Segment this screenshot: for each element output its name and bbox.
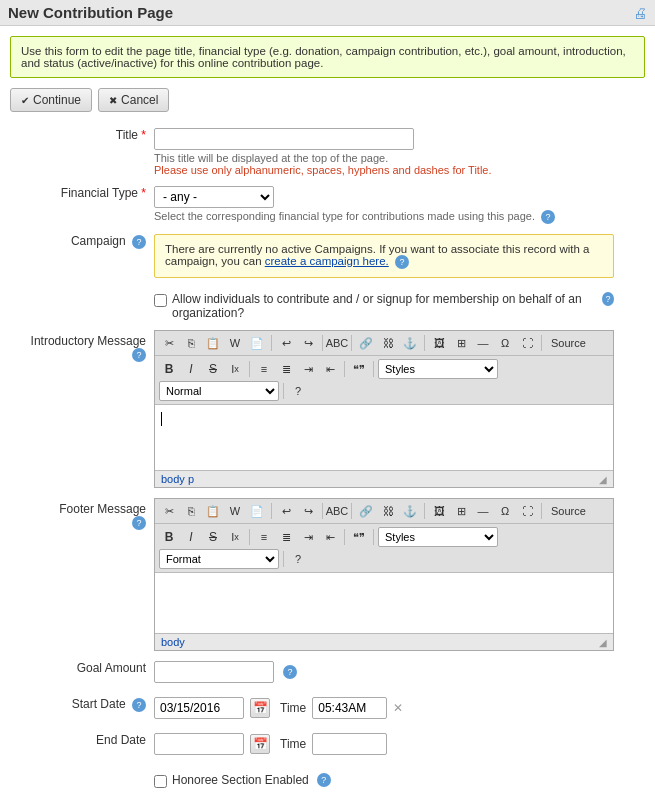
end-date-cal-btn[interactable]: 📅	[250, 734, 270, 754]
rte-sep2	[322, 335, 323, 351]
rte-sep4	[424, 335, 425, 351]
footer-rte-strike-btn[interactable]: S	[203, 528, 223, 546]
campaign-field-cell: There are currently no active Campaigns.…	[150, 230, 645, 284]
footer-rte-list-ul-btn[interactable]: ≣	[276, 528, 296, 546]
footer-rte-fullscreen-btn[interactable]: ⛶	[517, 502, 537, 520]
end-time-input[interactable]	[312, 733, 387, 755]
footer-rte-cut-btn[interactable]: ✂	[159, 502, 179, 520]
rte-help-btn[interactable]: ?	[288, 382, 308, 400]
start-date-cal-btn[interactable]: 📅	[250, 698, 270, 718]
rte-indent-btn[interactable]: ⇥	[298, 360, 318, 378]
footer-rte-image-btn[interactable]: 🖼	[429, 502, 449, 520]
honoree-checkbox[interactable]	[154, 775, 167, 788]
rte-list-ul-btn[interactable]: ≣	[276, 360, 296, 378]
rte-outdent-btn[interactable]: ⇤	[320, 360, 340, 378]
footer-rte-source-btn[interactable]: Source	[546, 502, 591, 520]
footer-rte-italic-btn[interactable]: I	[181, 528, 201, 546]
footer-rte-list-ol-btn[interactable]: ≡	[254, 528, 274, 546]
footer-rte-table-btn[interactable]: ⊞	[451, 502, 471, 520]
rte-strike-btn[interactable]: S	[203, 360, 223, 378]
start-date-clear-btn[interactable]: ✕	[393, 701, 403, 715]
rte-fullscreen-btn[interactable]: ⛶	[517, 334, 537, 352]
rte-hr-btn[interactable]: —	[473, 334, 493, 352]
footer-rte-help-btn[interactable]: ?	[288, 550, 308, 568]
allow-org-checkbox[interactable]	[154, 294, 167, 307]
intro-message-help-icon[interactable]: ?	[132, 348, 146, 362]
footer-rte-redo-btn[interactable]: ↪	[298, 502, 318, 520]
end-date-input[interactable]	[154, 733, 244, 755]
allow-org-checkbox-row: Allow individuals to contribute and / or…	[154, 292, 614, 320]
rte-unlink-btn[interactable]: ⛓	[378, 334, 398, 352]
start-date-help-icon[interactable]: ?	[132, 698, 146, 712]
rte-blockquote-btn[interactable]: ❝❞	[349, 360, 369, 378]
footer-rte-indent-btn[interactable]: ⇥	[298, 528, 318, 546]
start-date-row: Start Date ? 📅 Time ✕	[10, 693, 645, 729]
rte-table-btn[interactable]: ⊞	[451, 334, 471, 352]
rte-spell-btn[interactable]: ABC	[327, 334, 347, 352]
intro-rte-body[interactable]	[155, 405, 613, 470]
footer-rte-subscript-btn[interactable]: Ix	[225, 528, 245, 546]
printer-icon[interactable]: 🖨	[633, 5, 647, 21]
start-date-row-inner: 📅 Time ✕	[154, 697, 641, 719]
rte-image-btn[interactable]: 🖼	[429, 334, 449, 352]
financial-type-required: *	[141, 186, 146, 200]
financial-type-select[interactable]: - any -	[154, 186, 274, 208]
continue-check-icon: ✔	[21, 95, 29, 106]
footer-rte-anchor-btn[interactable]: ⚓	[400, 502, 420, 520]
footer-rte-format-select[interactable]: Format	[159, 549, 279, 569]
intro-rte-footer: body p ◢	[155, 470, 613, 487]
footer-rte-special-btn[interactable]: Ω	[495, 502, 515, 520]
footer-rte-spell-btn[interactable]: ABC	[327, 502, 347, 520]
footer-rte-copy-btn[interactable]: ⎘	[181, 502, 201, 520]
rte-styles-select[interactable]: Styles	[378, 359, 498, 379]
goal-amount-input[interactable]	[154, 661, 274, 683]
continue-button-top[interactable]: ✔ Continue	[10, 88, 92, 112]
title-input[interactable]	[154, 128, 414, 150]
rte-special-btn[interactable]: Ω	[495, 334, 515, 352]
footer-rte-bold-btn[interactable]: B	[159, 528, 179, 546]
start-date-input[interactable]	[154, 697, 244, 719]
allow-org-help-icon[interactable]: ?	[602, 292, 614, 306]
footer-message-help-icon[interactable]: ?	[132, 516, 146, 530]
create-campaign-link[interactable]: create a campaign here.	[265, 255, 389, 267]
footer-rte-sep2	[322, 503, 323, 519]
footer-rte-body[interactable]	[155, 573, 613, 633]
footer-rte-styles-select[interactable]: Styles	[378, 527, 498, 547]
title-field-cell: This title will be displayed at the top …	[150, 124, 645, 182]
footer-rte-undo-btn[interactable]: ↩	[276, 502, 296, 520]
campaign-help-icon[interactable]: ?	[132, 235, 146, 249]
rte-paste-word-btn[interactable]: W	[225, 334, 245, 352]
footer-rte-paste-text-btn[interactable]: 📋	[203, 502, 223, 520]
allow-org-label: Allow individuals to contribute and / or…	[172, 292, 594, 320]
campaign-link-help-icon[interactable]: ?	[395, 255, 409, 269]
rte-anchor-btn[interactable]: ⚓	[400, 334, 420, 352]
footer-rte-link-btn[interactable]: 🔗	[356, 502, 376, 520]
rte-resize-handle[interactable]: ◢	[599, 474, 607, 485]
start-date-label-cell: Start Date ?	[10, 693, 150, 729]
start-time-input[interactable]	[312, 697, 387, 719]
rte-subscript-btn[interactable]: Ix	[225, 360, 245, 378]
rte-undo-btn[interactable]: ↩	[276, 334, 296, 352]
honoree-help-icon[interactable]: ?	[317, 773, 331, 787]
rte-format-select[interactable]: Normal	[159, 381, 279, 401]
footer-rte-paste-btn[interactable]: 📄	[247, 502, 267, 520]
financial-type-help-icon[interactable]: ?	[541, 210, 555, 224]
rte-source-btn[interactable]: Source	[546, 334, 591, 352]
rte-italic-btn[interactable]: I	[181, 360, 201, 378]
rte-cut-btn[interactable]: ✂	[159, 334, 179, 352]
rte-bold-btn[interactable]: B	[159, 360, 179, 378]
footer-rte-resize-handle[interactable]: ◢	[599, 637, 607, 648]
footer-rte-outdent-btn[interactable]: ⇤	[320, 528, 340, 546]
footer-rte-hr-btn[interactable]: —	[473, 502, 493, 520]
rte-copy-btn[interactable]: ⎘	[181, 334, 201, 352]
goal-amount-help-icon[interactable]: ?	[283, 665, 297, 679]
rte-link-btn[interactable]: 🔗	[356, 334, 376, 352]
rte-paste-text-btn[interactable]: 📋	[203, 334, 223, 352]
rte-list-ol-btn[interactable]: ≡	[254, 360, 274, 378]
rte-redo-btn[interactable]: ↪	[298, 334, 318, 352]
footer-rte-paste-word-btn[interactable]: W	[225, 502, 245, 520]
footer-rte-unlink-btn[interactable]: ⛓	[378, 502, 398, 520]
footer-rte-blockquote-btn[interactable]: ❝❞	[349, 528, 369, 546]
rte-paste-btn[interactable]: 📄	[247, 334, 267, 352]
cancel-button-top[interactable]: ✖ Cancel	[98, 88, 169, 112]
